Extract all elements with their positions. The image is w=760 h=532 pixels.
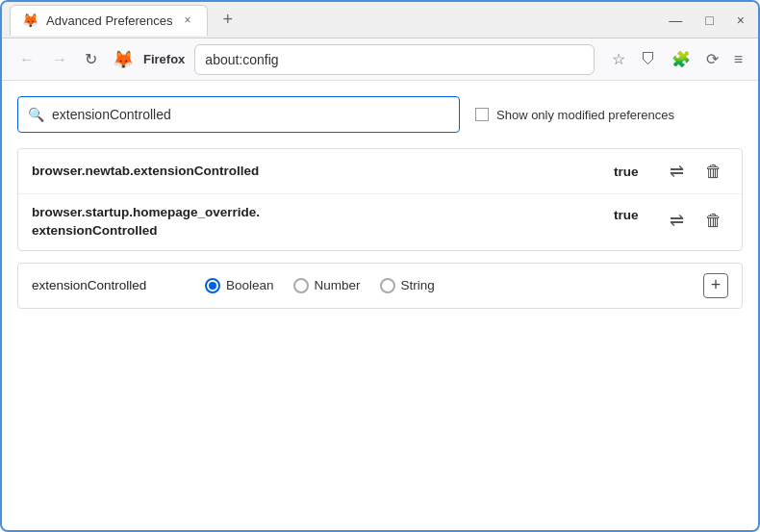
minimize-button[interactable]: —	[663, 11, 688, 30]
radio-inner-boolean	[209, 282, 216, 290]
sync-icon[interactable]: ⟳	[702, 46, 722, 72]
radio-circle-string	[380, 278, 395, 293]
url-bar[interactable]: about:config	[194, 44, 594, 75]
radio-label-boolean: Boolean	[226, 278, 274, 292]
tab-favicon: 🦊	[22, 13, 38, 28]
row-actions-2: ⇌ 🗑	[664, 208, 728, 233]
delete-button-2[interactable]: 🗑	[699, 209, 728, 233]
radio-circle-number	[293, 278, 309, 293]
window-controls: — □ ×	[663, 11, 750, 30]
row-actions-1: ⇌ 🗑	[664, 159, 728, 184]
new-pref-row: extensionControlled Boolean Number	[17, 263, 743, 309]
table-row[interactable]: browser.newtab.extensionControlled true …	[18, 149, 742, 194]
maximize-button[interactable]: □	[699, 11, 719, 30]
delete-button-1[interactable]: 🗑	[699, 160, 728, 184]
pref-name-1: browser.newtab.extensionControlled	[32, 163, 602, 181]
swap-button-1[interactable]: ⇌	[664, 159, 690, 184]
close-button[interactable]: ×	[731, 11, 750, 30]
table-row[interactable]: browser.startup.homepage_override.extens…	[18, 194, 742, 250]
search-row: 🔍 Show only modified preferences	[17, 96, 743, 133]
search-box[interactable]: 🔍	[17, 96, 460, 133]
forward-button[interactable]: →	[46, 47, 73, 72]
show-modified-row[interactable]: Show only modified preferences	[475, 108, 674, 122]
tab-title: Advanced Preferences	[46, 13, 173, 28]
radio-circle-boolean	[205, 278, 220, 293]
search-input[interactable]	[52, 107, 449, 122]
extension-icon[interactable]: 🧩	[668, 46, 695, 72]
add-pref-button[interactable]: +	[703, 273, 728, 298]
shield-icon[interactable]: ⛉	[637, 47, 660, 72]
browser-tab[interactable]: 🦊 Advanced Preferences ×	[10, 5, 208, 36]
browser-name: Firefox	[143, 52, 185, 66]
results-table: browser.newtab.extensionControlled true …	[17, 148, 743, 251]
type-radio-group: Boolean Number String	[205, 278, 435, 293]
title-bar: 🦊 Advanced Preferences × + — □ ×	[2, 2, 758, 38]
radio-label-number: Number	[315, 278, 361, 292]
nav-icon-group: ☆ ⛉ 🧩 ⟳ ≡	[608, 46, 747, 72]
tab-close-button[interactable]: ×	[181, 12, 195, 29]
navigation-bar: ← → ↻ 🦊 Firefox about:config ☆ ⛉ 🧩 ⟳ ≡	[2, 38, 758, 81]
bookmark-icon[interactable]: ☆	[608, 46, 629, 72]
menu-icon[interactable]: ≡	[730, 47, 747, 72]
show-modified-checkbox[interactable]	[475, 108, 489, 121]
pref-value-1: true	[614, 165, 652, 179]
new-pref-name: extensionControlled	[32, 278, 186, 292]
reload-button[interactable]: ↻	[79, 46, 103, 72]
back-button[interactable]: ←	[13, 47, 40, 72]
swap-button-2[interactable]: ⇌	[664, 208, 690, 233]
new-tab-button[interactable]: +	[215, 6, 241, 34]
radio-number[interactable]: Number	[293, 278, 361, 293]
pref-name-2: browser.startup.homepage_override.extens…	[32, 204, 602, 241]
show-modified-label: Show only modified preferences	[496, 108, 674, 122]
radio-string[interactable]: String	[380, 278, 435, 293]
content-area: 🔍 Show only modified preferences browser…	[2, 81, 758, 324]
firefox-logo: 🦊	[113, 49, 134, 70]
radio-label-string: String	[401, 278, 435, 292]
pref-value-2: true	[614, 208, 652, 222]
search-icon: 🔍	[28, 107, 44, 122]
radio-boolean[interactable]: Boolean	[205, 278, 274, 293]
url-text: about:config	[205, 52, 278, 67]
